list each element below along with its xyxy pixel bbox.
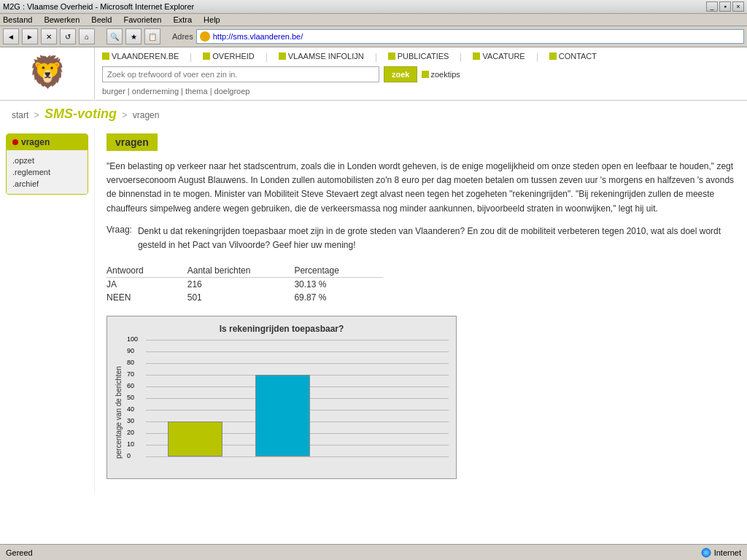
content-body: "Een belasting op verkeer naar het stads… bbox=[107, 160, 735, 216]
sidebar-menu: vragen .opzet .reglement .archief bbox=[6, 133, 88, 195]
nav-vlaanderen[interactable]: VLAANDEREN.BE bbox=[102, 52, 179, 63]
nav-overheid[interactable]: OVERHEID bbox=[203, 52, 254, 63]
nav-divider-2 bbox=[266, 53, 267, 62]
chart-title: Is rekeningrijden toepasbaar? bbox=[115, 324, 449, 334]
nav-links: VLAANDEREN.BE OVERHEID VLAAMSE INFOLIJN … bbox=[95, 47, 747, 63]
nav-icon-1 bbox=[102, 52, 109, 60]
nav-divider-5 bbox=[537, 53, 538, 62]
sidebar-item-opzet[interactable]: .opzet bbox=[12, 155, 82, 166]
address-label: Adres bbox=[172, 32, 193, 41]
cell-neen-aantal: 501 bbox=[187, 291, 295, 304]
menu-bar: Bestand Bewerken Beeld Favorieten Extra … bbox=[0, 14, 747, 26]
menu-help[interactable]: Help bbox=[204, 15, 220, 24]
nav-publicaties[interactable]: PUBLICATIES bbox=[388, 52, 449, 63]
menu-bewerken[interactable]: Bewerken bbox=[44, 15, 80, 24]
refresh-button[interactable]: ↺ bbox=[60, 28, 76, 44]
browser-titlebar: M2G : Vlaamse Overheid - Microsoft Inter… bbox=[0, 0, 747, 14]
answer-table: Antwoord Aantal berichten Percentage JA … bbox=[107, 264, 735, 304]
forward-button[interactable]: ► bbox=[22, 28, 38, 44]
sub-nav-doelgroep[interactable]: doelgroep bbox=[214, 87, 250, 96]
col-antwoord: Antwoord bbox=[107, 264, 187, 278]
search-bar: zoek zoektips bbox=[95, 63, 747, 85]
bar-neen bbox=[255, 375, 310, 456]
search-button[interactable]: zoek bbox=[384, 66, 417, 82]
chart-container: Is rekeningrijden toepasbaar? percentage… bbox=[107, 316, 457, 479]
menu-favorieten[interactable]: Favorieten bbox=[123, 15, 161, 24]
breadcrumb-page: SMS-voting bbox=[44, 106, 117, 121]
main-wrapper: vragen .opzet .reglement .archief bbox=[0, 128, 747, 492]
chart-y-label: percentage van de berichten bbox=[115, 354, 123, 471]
stop-button[interactable]: ✕ bbox=[41, 28, 57, 44]
nav-divider-1 bbox=[190, 53, 191, 62]
cell-ja-antwoord: JA bbox=[107, 278, 187, 292]
nav-infolijn[interactable]: VLAAMSE INFOLIJN bbox=[279, 52, 364, 63]
nav-icon-6 bbox=[549, 52, 557, 60]
window-controls[interactable]: _ ▪ × bbox=[706, 1, 744, 12]
cell-neen-antwoord: NEEN bbox=[107, 291, 187, 304]
browser-toolbar: ◄ ► ✕ ↺ ⌂ 🔍 ★ 📋 Adres http://sms.vlaande… bbox=[0, 26, 747, 47]
nav-icon-4 bbox=[388, 52, 395, 60]
right-nav-area: VLAANDEREN.BE OVERHEID VLAAMSE INFOLIJN … bbox=[95, 47, 747, 100]
sidebar-menu-body: .opzet .reglement .archief bbox=[7, 150, 88, 194]
sub-nav-thema[interactable]: thema bbox=[185, 87, 208, 96]
cell-ja-aantal: 216 bbox=[187, 278, 295, 292]
search-toolbar-button[interactable]: 🔍 bbox=[107, 28, 123, 44]
address-url: http://sms.vlaanderen.be/ bbox=[213, 32, 303, 41]
logo-icon: 🦁 bbox=[29, 53, 66, 93]
sidebar-active-item[interactable]: vragen bbox=[21, 137, 50, 147]
search-input[interactable] bbox=[102, 66, 379, 82]
vraag-section: Vraag: Denkt u dat rekeningrijden toepas… bbox=[107, 225, 735, 252]
close-button[interactable]: × bbox=[732, 1, 744, 12]
bar-ja bbox=[168, 421, 222, 456]
sidebar-menu-header: vragen bbox=[7, 134, 88, 150]
chart-area: percentage van de berichten 100 90 bbox=[115, 340, 449, 471]
menu-extra[interactable]: Extra bbox=[173, 15, 192, 24]
chart-inner: 100 90 80 70 bbox=[125, 340, 449, 471]
nav-divider-3 bbox=[376, 53, 376, 62]
nav-icon-5 bbox=[473, 52, 480, 60]
minimize-button[interactable]: _ bbox=[706, 1, 718, 12]
breadcrumb: start > SMS-voting > vragen bbox=[0, 101, 747, 128]
cell-ja-percentage: 30.13 % bbox=[294, 278, 382, 292]
nav-contact[interactable]: CONTACT bbox=[549, 52, 597, 63]
vraag-label: Vraag: bbox=[107, 225, 132, 252]
logo-area: 🦁 bbox=[0, 47, 95, 99]
breadcrumb-start[interactable]: start bbox=[12, 110, 28, 120]
nav-divider-4 bbox=[460, 53, 461, 62]
header-area: 🦁 VLAANDEREN.BE OVERHEID VLAAMSE INFOLIJ… bbox=[0, 47, 747, 101]
sidebar-active-dot bbox=[12, 139, 18, 145]
sidebar-item-archief[interactable]: .archief bbox=[12, 178, 82, 190]
content-title: vragen bbox=[107, 133, 158, 151]
sub-nav-onderneming[interactable]: onderneming bbox=[132, 87, 179, 96]
browser-title: M2G : Vlaamse Overheid - Microsoft Inter… bbox=[3, 2, 194, 11]
address-bar[interactable]: http://sms.vlaanderen.be/ bbox=[196, 29, 744, 44]
zoektips-link[interactable]: zoektips bbox=[422, 70, 460, 79]
table-row-ja: JA 216 30.13 % bbox=[107, 278, 383, 292]
col-percentage: Percentage bbox=[294, 264, 382, 278]
nav-icon-3 bbox=[279, 52, 286, 60]
history-button[interactable]: 📋 bbox=[144, 28, 160, 44]
svg-text:🦁: 🦁 bbox=[29, 54, 66, 90]
maximize-button[interactable]: ▪ bbox=[719, 1, 731, 12]
nav-vacature[interactable]: VACATURE bbox=[473, 52, 525, 63]
home-button[interactable]: ⌂ bbox=[79, 28, 95, 44]
menu-beeld[interactable]: Beeld bbox=[91, 15, 112, 24]
zoektips-icon bbox=[422, 71, 429, 78]
address-bar-container: Adres http://sms.vlaanderen.be/ bbox=[172, 29, 744, 44]
sub-nav: burger | onderneming | thema | doelgroep bbox=[95, 85, 747, 100]
col-aantal: Aantal berichten bbox=[187, 264, 295, 278]
table-row-neen: NEEN 501 69.87 % bbox=[107, 291, 383, 304]
content-area: vragen "Een belasting op verkeer naar he… bbox=[95, 128, 747, 492]
breadcrumb-current: vragen bbox=[133, 110, 160, 120]
back-button[interactable]: ◄ bbox=[3, 28, 19, 44]
cell-neen-percentage: 69.87 % bbox=[294, 291, 382, 304]
address-icon bbox=[200, 31, 210, 42]
menu-bestand[interactable]: Bestand bbox=[3, 15, 32, 24]
sub-nav-burger[interactable]: burger bbox=[102, 87, 125, 96]
nav-icon-2 bbox=[203, 52, 210, 60]
vraag-text: Denkt u dat rekeningrijden toepasbaar mo… bbox=[138, 225, 735, 252]
favorites-button[interactable]: ★ bbox=[125, 28, 142, 44]
sidebar-item-reglement[interactable]: .reglement bbox=[12, 166, 82, 178]
page-content: 🦁 VLAANDEREN.BE OVERHEID VLAAMSE INFOLIJ… bbox=[0, 47, 747, 537]
sidebar: vragen .opzet .reglement .archief bbox=[0, 128, 95, 492]
